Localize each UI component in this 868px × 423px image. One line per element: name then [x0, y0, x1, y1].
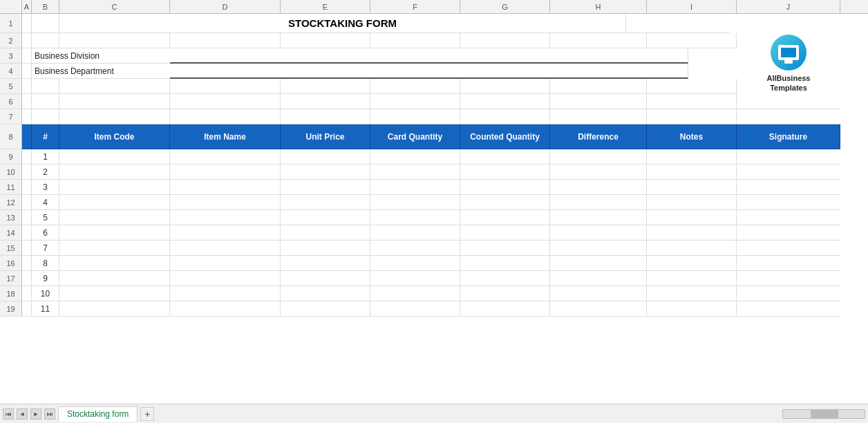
cell-e16 [281, 256, 370, 271]
table-row-9: 17 9 [0, 271, 868, 286]
sheet-tab[interactable]: Stocktaking form [58, 406, 138, 422]
row-num-val-7: 7 [32, 241, 59, 256]
tab-nav-next[interactable]: ► [30, 408, 41, 420]
cell-e12 [281, 195, 370, 210]
cell-f12 [370, 195, 460, 210]
table-header-num: # [32, 124, 59, 149]
cell-c9 [59, 149, 170, 164]
cell-i5 [647, 79, 737, 94]
cell-d16 [170, 256, 281, 271]
row-num-3: 3 [0, 48, 22, 64]
tab-add-icon: + [144, 408, 150, 420]
cell-a15 [22, 241, 32, 256]
row-num-15: 15 [0, 241, 22, 256]
cell-e15 [281, 241, 370, 256]
cell-j18 [737, 286, 840, 301]
row-num-6: 6 [0, 94, 22, 109]
cell-f6 [370, 94, 460, 109]
logo-line2: Templates [770, 84, 807, 92]
table-row-7: 15 7 [0, 241, 868, 256]
cell-j15 [737, 241, 840, 256]
cell-h12 [550, 195, 647, 210]
cell-f2 [370, 33, 460, 48]
tab-bar: ⏮ ◄ ► ⏭ Stocktaking form + [0, 404, 868, 423]
cell-c6 [59, 94, 170, 109]
row-num-7: 7 [0, 109, 22, 124]
business-division-input[interactable] [170, 48, 688, 64]
cell-a18 [22, 286, 32, 301]
cell-e17 [281, 271, 370, 286]
cell-j6 [737, 94, 840, 109]
table-header-difference: Difference [550, 124, 647, 149]
cell-d19 [170, 301, 281, 317]
table-header-a [22, 124, 32, 149]
business-division-label: Business Division [32, 48, 170, 64]
col-header-j: J [737, 0, 840, 13]
tab-nav-prev[interactable]: ◄ [17, 408, 28, 420]
table-row-3: 11 3 [0, 180, 868, 195]
cell-h19 [550, 301, 647, 317]
logo-screen [781, 48, 796, 57]
cell-j14 [737, 225, 840, 241]
cell-c2 [59, 33, 170, 48]
cell-d10 [170, 164, 281, 180]
row-num-4: 4 [0, 64, 22, 79]
row-num-1: 1 [0, 14, 22, 33]
row-num-val-6: 6 [32, 225, 59, 241]
cell-e18 [281, 286, 370, 301]
cell-i16 [647, 256, 737, 271]
tab-nav-last[interactable]: ⏭ [44, 408, 55, 420]
table-header-notes: Notes [647, 124, 737, 149]
row-num-val-2: 2 [32, 164, 59, 180]
cell-d2 [170, 33, 281, 48]
cell-i15 [647, 241, 737, 256]
col-header-a: A [22, 0, 32, 13]
cell-f14 [370, 225, 460, 241]
cell-g15 [460, 241, 550, 256]
cell-e13 [281, 210, 370, 225]
cell-d14 [170, 225, 281, 241]
row-num-header [0, 0, 22, 13]
cell-h2 [550, 33, 647, 48]
cell-h17 [550, 271, 647, 286]
cell-a3 [22, 48, 32, 64]
row-num-val-8: 8 [32, 256, 59, 271]
cell-g2 [460, 33, 550, 48]
cell-e19 [281, 301, 370, 317]
cell-a2 [22, 33, 32, 48]
cell-i6 [647, 94, 737, 109]
cell-j16 [737, 256, 840, 271]
row-num-val-1: 1 [32, 149, 59, 164]
row-num-14: 14 [0, 225, 22, 241]
scroll-thumb[interactable] [811, 410, 838, 418]
cell-b2 [32, 33, 59, 48]
cell-e10 [281, 164, 370, 180]
cell-h14 [550, 225, 647, 241]
business-department-input[interactable] [170, 64, 688, 79]
cell-c15 [59, 241, 170, 256]
cell-i19 [647, 301, 737, 317]
cell-h5 [550, 79, 647, 94]
cell-f18 [370, 286, 460, 301]
horizontal-scrollbar[interactable] [782, 409, 865, 419]
cell-j17 [737, 271, 840, 286]
cell-g5 [460, 79, 550, 94]
cell-a16 [22, 256, 32, 271]
tab-nav-first[interactable]: ⏮ [3, 408, 14, 420]
cell-c7 [59, 109, 170, 124]
cell-c16 [59, 256, 170, 271]
cell-f11 [370, 180, 460, 195]
tab-add-button[interactable]: + [140, 407, 154, 421]
row-num-val-5: 5 [32, 210, 59, 225]
cell-g19 [460, 301, 550, 317]
cell-i10 [647, 164, 737, 180]
table-row-8: 16 8 [0, 256, 868, 271]
cell-f9 [370, 149, 460, 164]
row-8-header: 8 # Item Code Item Name Unit Price Card … [0, 124, 868, 149]
cell-e5 [281, 79, 370, 94]
table-header-item-name: Item Name [170, 124, 281, 149]
row-num-val-9: 9 [32, 271, 59, 286]
cell-f16 [370, 256, 460, 271]
cell-d15 [170, 241, 281, 256]
cell-d13 [170, 210, 281, 225]
